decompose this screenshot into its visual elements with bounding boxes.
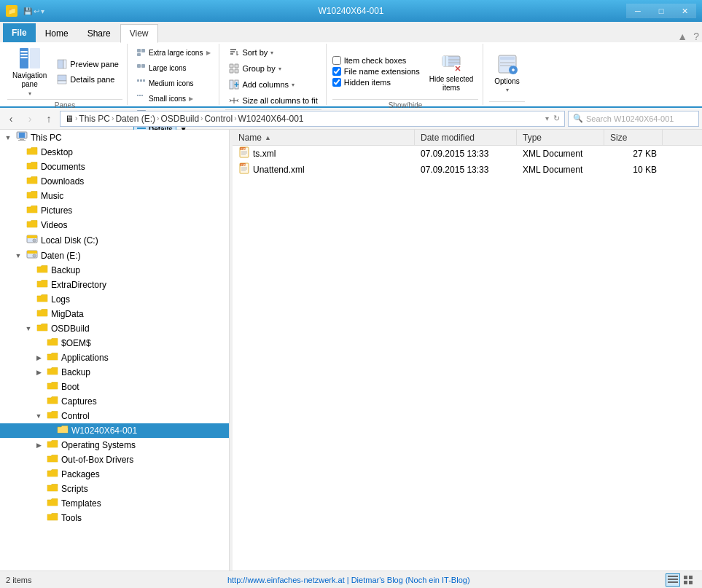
sidebar-item-music[interactable]: Music — [0, 189, 229, 203]
tree-toggle-control[interactable]: ▼ — [34, 411, 44, 421]
sidebar-item-scripts[interactable]: Scripts — [0, 482, 229, 496]
hidden-items-input[interactable] — [332, 78, 341, 87]
sidebar-item-packages[interactable]: Packages — [0, 467, 229, 482]
svg-rect-9 — [137, 49, 141, 52]
column-header-name[interactable]: Name ▲ — [233, 130, 415, 145]
large-icons-button[interactable]: Large icons — [133, 60, 190, 75]
close-button[interactable]: ✕ — [673, 4, 696, 18]
sidebar-item-extradirectory[interactable]: ExtraDirectory — [0, 278, 229, 292]
sidebar-item-local-disk[interactable]: Local Disk (C:) — [0, 232, 229, 248]
sidebar-item-desktop[interactable]: Desktop — [0, 145, 229, 160]
details-pane-button[interactable]: Details pane — [53, 72, 122, 87]
address-dropdown-arrow[interactable]: ▾ — [545, 114, 549, 122]
item-checkboxes-input[interactable] — [332, 56, 341, 65]
sidebar-item-w10240x64-001[interactable]: W10240X64-001 — [0, 423, 229, 438]
sidebar-label-downloads: Downloads — [41, 176, 84, 187]
sidebar-item-documents[interactable]: Documents — [0, 160, 229, 174]
tree-toggle-daten-e[interactable]: ▼ — [13, 251, 23, 261]
file-name-ext-input[interactable] — [332, 67, 341, 76]
sidebar-item-applications[interactable]: ▶Applications — [0, 350, 229, 365]
tree-toggle-operating-systems[interactable]: ▶ — [34, 440, 44, 450]
qat-arrow[interactable]: ▾ — [41, 7, 44, 15]
sidebar-item-templates[interactable]: Templates — [0, 496, 229, 511]
address-bar[interactable]: 🖥 › This PC › Daten (E:) › OSDBuild › Co… — [60, 111, 565, 127]
extra-large-icon — [137, 49, 146, 56]
sidebar-item-out-of-box-drivers[interactable]: Out-of-Box Drivers — [0, 452, 229, 467]
extra-large-icons-button[interactable]: Extra large icons ▶ — [133, 45, 214, 60]
column-header-type[interactable]: Type — [517, 130, 604, 145]
large-icons-label: Large icons — [149, 64, 187, 72]
sidebar-label-extradirectory: ExtraDirectory — [51, 280, 106, 290]
sidebar-item-daten-e[interactable]: ▼Daten (E:) — [0, 248, 229, 263]
back-button[interactable]: ‹ — [3, 111, 19, 127]
help-button[interactable]: ? — [693, 31, 699, 42]
tree-toggle-backup2[interactable]: ▶ — [34, 367, 44, 377]
tab-share[interactable]: Share — [78, 23, 120, 42]
navigation-pane-button[interactable]: Navigationpane ▾ — [7, 45, 52, 98]
sidebar-item-boot[interactable]: Boot — [0, 380, 229, 394]
sidebar-item-operating-systems[interactable]: ▶Operating Systems — [0, 438, 229, 452]
table-row[interactable]: XML ts.xml 07.09.2015 13:33 XML Document… — [233, 146, 702, 162]
maximize-button[interactable]: □ — [650, 4, 673, 18]
column-header-size[interactable]: Size — [604, 130, 663, 145]
folder-icon-pictures — [26, 205, 38, 216]
breadcrumb-osdbuild[interactable]: OSDBuild — [160, 114, 199, 124]
sidebar-label-w10240x64-001: W10240X64-001 — [71, 426, 137, 436]
small-icons-button[interactable]: Small icons ▶ — [133, 91, 197, 106]
address-refresh-button[interactable]: ↻ — [553, 114, 560, 123]
file-area: Name ▲ Date modified Type Size XML ts.xm… — [233, 130, 702, 571]
column-header-date[interactable]: Date modified — [415, 130, 517, 145]
breadcrumb-control[interactable]: Control — [204, 114, 233, 124]
forward-button[interactable]: › — [22, 111, 38, 127]
medium-icons-button[interactable]: Medium icons — [133, 76, 198, 90]
sidebar-item-logs[interactable]: Logs — [0, 292, 229, 307]
minimize-button[interactable]: ─ — [626, 4, 650, 18]
sidebar-item-backup[interactable]: Backup — [0, 263, 229, 278]
group-by-button[interactable]: Group by ▾ — [225, 61, 284, 76]
search-bar[interactable]: 🔍 Search W10240X64-001 — [568, 111, 699, 127]
sidebar-item-backup2[interactable]: ▶Backup — [0, 365, 229, 380]
layout-arrow[interactable]: ▶ — [206, 50, 211, 56]
sidebar-item-control[interactable]: ▼Control — [0, 409, 229, 423]
small-icons-arrow[interactable]: ▶ — [189, 95, 193, 102]
sidebar-item-osdbuild[interactable]: ▼OSDBuild — [0, 321, 229, 336]
preview-pane-button[interactable]: Preview pane — [53, 57, 122, 71]
tree-toggle-this-pc[interactable]: ▼ — [3, 133, 13, 143]
tab-view[interactable]: View — [120, 24, 158, 43]
show-hide-checks: Item check boxes File name extensions Hi… — [332, 56, 420, 87]
sidebar-item-downloads[interactable]: Downloads — [0, 174, 229, 189]
sidebar-item-tools[interactable]: Tools — [0, 511, 229, 525]
sidebar-item-pictures[interactable]: Pictures — [0, 203, 229, 218]
breadcrumb-current[interactable]: W10240X64-001 — [238, 114, 303, 124]
breadcrumb-this-pc[interactable]: This PC — [79, 114, 110, 124]
details-view-button[interactable] — [666, 573, 680, 587]
up-button[interactable]: ↑ — [41, 111, 57, 127]
ribbon-collapse-button[interactable]: ▲ — [677, 31, 687, 42]
sidebar-item-migdata[interactable]: MigData — [0, 307, 229, 321]
sort-by-button[interactable]: Sort by ▾ — [225, 45, 277, 60]
tab-file[interactable]: File — [3, 23, 36, 42]
hidden-items-check[interactable]: Hidden items — [332, 78, 420, 87]
file-type-cell: XML Document — [517, 165, 604, 175]
add-columns-button[interactable]: Add columns ▾ — [225, 77, 298, 92]
table-row[interactable]: XML Unattend.xml 07.09.2015 13:33 XML Do… — [233, 162, 702, 178]
sidebar-item-captures[interactable]: Captures — [0, 394, 229, 409]
folder-icon-extradirectory — [36, 279, 48, 291]
tree-toggle-osdbuild[interactable]: ▼ — [23, 324, 34, 334]
large-view-button[interactable] — [682, 573, 696, 587]
sidebar-item-this-pc[interactable]: ▼This PC — [0, 130, 229, 145]
size-all-columns-button[interactable]: Size all columns to fit — [225, 93, 321, 108]
hide-selected-button[interactable]: Hide selecteditems — [424, 45, 479, 98]
qat-icon1[interactable]: 💾 — [23, 7, 32, 15]
preview-pane-icon — [57, 59, 67, 69]
nav-pane-icon — [18, 47, 42, 70]
sidebar-item-soems[interactable]: $OEM$ — [0, 336, 229, 350]
breadcrumb-daten-e[interactable]: Daten (E:) — [115, 114, 155, 124]
tree-toggle-applications[interactable]: ▶ — [34, 353, 44, 363]
options-button[interactable]: Options ▾ — [489, 47, 524, 99]
file-name-ext-check[interactable]: File name extensions — [332, 67, 420, 76]
qat-icon2[interactable]: ↩ — [34, 7, 39, 15]
tab-home[interactable]: Home — [36, 23, 78, 42]
sidebar-item-videos[interactable]: Videos — [0, 218, 229, 232]
item-checkboxes-check[interactable]: Item check boxes — [332, 56, 420, 65]
